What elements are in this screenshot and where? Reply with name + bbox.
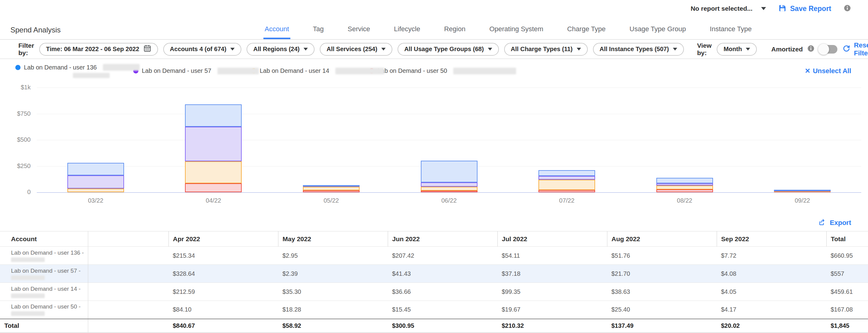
reset-filters-label: Reset Filters: [854, 41, 868, 57]
x-axis-label: 03/22: [88, 197, 103, 204]
filter-bar: Filter by: Time: 06 Mar 2022 - 06 Sep 20…: [0, 40, 868, 59]
legend-label: Lab on Demand - user 14: [260, 67, 329, 74]
bar-segment[interactable]: [538, 170, 595, 176]
redacted-text: [103, 64, 140, 71]
cell-value: $2.95: [278, 247, 388, 265]
instance-types-filter-pill[interactable]: All Instance Types (507): [593, 43, 684, 56]
legend-item-user-50[interactable]: Lab on Demand - user 50: [369, 67, 487, 74]
bar-segment[interactable]: [538, 176, 595, 180]
table-row[interactable]: Lab on Demand - user 57 - $328.64 $2.39 …: [0, 265, 868, 283]
accounts-filter-pill[interactable]: Accounts 4 (of 674): [163, 43, 241, 56]
cell-value: $35.30: [278, 283, 388, 301]
amortized-toggle[interactable]: [819, 45, 837, 54]
charge-types-filter-value: All Charge Types (11): [511, 45, 573, 53]
cell-value: $215.34: [168, 247, 278, 265]
cell-value: $84.10: [168, 301, 278, 319]
title-tabs-bar: Spend Analysis Account Tag Service Lifec…: [0, 17, 868, 40]
time-filter-pill[interactable]: Time: 06 Mar 2022 - 06 Sep 2022: [39, 43, 158, 56]
info-icon[interactable]: [843, 4, 851, 13]
bar-segment[interactable]: [656, 190, 713, 192]
column-header-may[interactable]: May 2022: [278, 231, 388, 247]
cell-value: $15.45: [388, 301, 497, 319]
x-axis-label: 07/22: [559, 197, 575, 204]
cell-spacer: [88, 319, 168, 333]
tab-operating-system[interactable]: Operating System: [488, 25, 545, 39]
cell-value: $25.40: [607, 301, 717, 319]
cell-value: $38.63: [607, 283, 717, 301]
column-header-aug[interactable]: Aug 2022: [607, 231, 717, 247]
tab-service[interactable]: Service: [346, 25, 371, 39]
unselect-all-button[interactable]: ✕ Unselect All: [805, 67, 851, 75]
save-report-button[interactable]: Save Report: [778, 4, 831, 13]
regions-filter-pill[interactable]: All Regions (24): [247, 43, 315, 56]
cell-value: $41.43: [388, 265, 497, 283]
table-row[interactable]: Lab on Demand - user 50 - $84.10 $18.28 …: [0, 301, 868, 319]
column-header-account[interactable]: Account: [0, 231, 88, 247]
legend-item-user-136[interactable]: Lab on Demand - user 136: [15, 64, 133, 78]
tab-usage-type-group[interactable]: Usage Type Group: [628, 25, 687, 39]
bar-segment[interactable]: [303, 185, 360, 187]
tab-tag[interactable]: Tag: [312, 25, 325, 39]
instance-types-filter-value: All Instance Types (507): [600, 45, 669, 53]
view-by-dropdown[interactable]: Month: [717, 43, 757, 56]
bar-segment[interactable]: [538, 190, 595, 192]
bar-segment[interactable]: [774, 190, 831, 191]
column-header-jul[interactable]: Jul 2022: [497, 231, 607, 247]
column-header-jun[interactable]: Jun 2022: [388, 231, 497, 247]
tab-bar: Account Tag Service Lifecycle Region Ope…: [264, 25, 753, 39]
regions-filter-value: All Regions (24): [253, 45, 300, 53]
bar-segment[interactable]: [421, 191, 477, 192]
bar-segment[interactable]: [656, 183, 713, 186]
usage-type-groups-filter-pill[interactable]: All Usage Type Groups (68): [398, 43, 499, 56]
total-value: $210.32: [497, 319, 607, 333]
column-header-sep[interactable]: Sep 2022: [717, 231, 826, 247]
redacted-text: [335, 68, 384, 74]
column-header-total[interactable]: Total: [826, 231, 868, 247]
tab-charge-type[interactable]: Charge Type: [566, 25, 607, 39]
bar-segment[interactable]: [67, 163, 124, 175]
reset-filters-button[interactable]: Reset Filters: [843, 41, 868, 57]
charge-types-filter-pill[interactable]: All Charge Types (11): [504, 43, 588, 56]
cell-value: $328.64: [168, 265, 278, 283]
services-filter-value: All Services (254): [327, 45, 377, 53]
bar-segment[interactable]: [303, 187, 360, 190]
bar-segment[interactable]: [185, 104, 242, 127]
x-axis-label: 09/22: [795, 197, 810, 204]
services-filter-pill[interactable]: All Services (254): [320, 43, 392, 56]
tab-account[interactable]: Account: [264, 25, 290, 39]
tab-region[interactable]: Region: [443, 25, 467, 39]
legend-item-user-14[interactable]: Lab on Demand - user 14: [251, 67, 369, 74]
info-icon[interactable]: [807, 45, 815, 54]
chevron-down-icon: [304, 48, 308, 51]
export-button[interactable]: Export: [818, 218, 851, 227]
tab-instance-type[interactable]: Instance Type: [709, 25, 753, 39]
table-row[interactable]: Lab on Demand - user 136 - $215.34 $2.95…: [0, 247, 868, 265]
bar-segment[interactable]: [538, 180, 595, 190]
export-icon: [818, 218, 826, 227]
legend-label: Lab on Demand - user 50: [378, 67, 447, 74]
total-value: $1,845: [826, 319, 868, 333]
bar-segment[interactable]: [185, 127, 242, 161]
tab-lifecycle[interactable]: Lifecycle: [393, 25, 422, 39]
bar-segment[interactable]: [656, 186, 713, 190]
bar-segment[interactable]: [67, 189, 124, 192]
bar-segment[interactable]: [656, 178, 713, 183]
column-header-apr[interactable]: Apr 2022: [168, 231, 278, 247]
amortized-label: Amortized: [771, 45, 803, 53]
redacted-text: [11, 275, 45, 280]
bar-segment[interactable]: [421, 187, 477, 191]
chevron-down-icon: [761, 7, 766, 10]
bar-segment[interactable]: [421, 182, 477, 187]
bar-segment[interactable]: [185, 183, 242, 192]
cell-spacer: [88, 247, 168, 265]
bar-segment[interactable]: [421, 161, 477, 182]
chevron-down-icon: [746, 48, 750, 51]
bar-segment[interactable]: [185, 161, 242, 184]
bar-segment[interactable]: [67, 175, 124, 189]
total-value: $300.95: [388, 319, 497, 333]
legend-item-user-57[interactable]: Lab on Demand - user 57: [133, 67, 251, 74]
unselect-all-label: Unselect All: [813, 67, 851, 75]
table-row[interactable]: Lab on Demand - user 14 - $212.59 $35.30…: [0, 283, 868, 301]
bar-segment[interactable]: [303, 190, 360, 192]
report-selector-dropdown[interactable]: No report selected...: [691, 5, 766, 12]
